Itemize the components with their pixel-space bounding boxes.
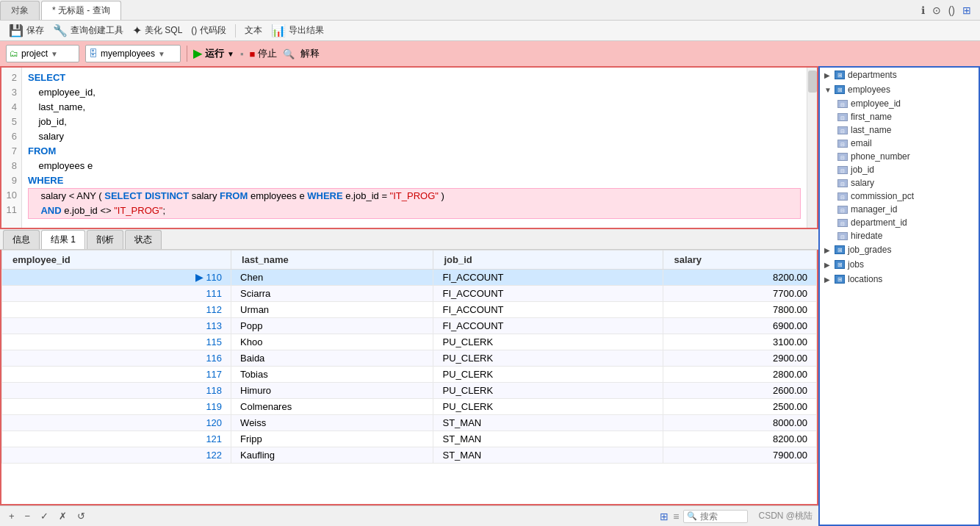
code-snippet-item[interactable]: () 代码段 [188, 23, 228, 38]
project-select-wrapper[interactable]: 🗂 project ▼ [6, 45, 79, 62]
export-icon: 📊 [271, 24, 286, 37]
tree-col-employee_id[interactable]: ⊟employee_id [820, 97, 979, 110]
editor-scrollbar[interactable] [807, 68, 817, 228]
stop-button[interactable]: ■ 停止 [250, 47, 278, 60]
tree-col-hiredate[interactable]: ⊟hiredate [820, 229, 979, 242]
db-icon: 🗄 [89, 48, 98, 59]
table-row: 118HimuroPU_CLERK2600.00 [2, 383, 817, 399]
col-icon-salary: ⊟ [837, 179, 848, 187]
tool-icon: 🔧 [53, 24, 68, 37]
stop-icon: ■ [250, 48, 256, 60]
tree-col-email[interactable]: ⊟email [820, 137, 979, 150]
cancel-edit-btn[interactable]: ✗ [56, 509, 70, 523]
tree-item-jobs[interactable]: ▶ ⊞ jobs [820, 257, 979, 272]
run-button[interactable]: ▶ 运行 ▼ [193, 47, 234, 60]
sql-line-2: SELECT [28, 71, 801, 85]
table-row: 117TobiasPU_CLERK2800.00 [2, 367, 817, 383]
table-row: 119ColmenaresPU_CLERK2500.00 [2, 399, 817, 415]
locations-arrow: ▶ [824, 275, 833, 284]
jobs-table-icon: ⊞ [835, 260, 845, 269]
add-row-btn[interactable]: + [6, 509, 18, 523]
explain-button[interactable]: 解释 [300, 47, 320, 60]
db-select-wrapper[interactable]: 🗄 myemployees ▼ [85, 45, 181, 62]
col-icon-last_name: ⊟ [837, 126, 848, 134]
sql-line-8: employees e [28, 159, 801, 173]
top-tab-bar: 对象 * 无标题 - 查询 ℹ ⊙ () ⊞ [0, 0, 980, 21]
save-menu-item[interactable]: 💾 保存 [6, 22, 47, 39]
employees-label: employees [848, 84, 890, 95]
tab-status[interactable]: 状态 [125, 230, 162, 249]
tab-query[interactable]: * 无标题 - 查询 [41, 1, 121, 20]
grid-view-btn[interactable]: ⊞ [660, 511, 669, 522]
sql-line-5: job_id, [28, 115, 801, 129]
employees-table-icon: ⊞ [835, 85, 845, 94]
save-icon: 💾 [9, 24, 24, 37]
table-row: 122KauflingST_MAN7900.00 [2, 447, 817, 464]
tree-item-job-grades[interactable]: ▶ ⊞ job_grades [820, 242, 979, 257]
tab-info[interactable]: 信息 [3, 230, 40, 249]
table-row: 113PoppFI_ACCOUNT6900.00 [2, 318, 817, 334]
project-icon: 🗂 [10, 48, 18, 59]
query-builder-item[interactable]: 🔧 查询创建工具 [50, 22, 126, 39]
project-dropdown-icon[interactable]: ▼ [51, 50, 58, 58]
col-icon-first_name: ⊟ [837, 113, 848, 121]
tab-result1[interactable]: 结果 1 [41, 230, 85, 249]
results-area[interactable]: employee_id last_name job_id salary ▶110… [0, 250, 818, 505]
db-dropdown-icon[interactable]: ▼ [158, 50, 165, 58]
locations-table-icon: ⊞ [835, 275, 845, 284]
tree-col-last_name[interactable]: ⊟last_name [820, 123, 979, 137]
tab-profile[interactable]: 剖析 [87, 230, 123, 249]
col-icon-job_id: ⊟ [837, 166, 848, 174]
sql-line-10: salary < ANY ( SELECT DISTINCT salary FR… [28, 188, 801, 203]
schema-panel: ▶ ⊞ departments ▼ ⊞ employees ⊟employee_… [818, 66, 980, 526]
top-icons: ℹ ⊙ () ⊞ [921, 4, 980, 16]
tab-objects[interactable]: 对象 [0, 1, 40, 20]
parentheses-icon[interactable]: () [948, 4, 955, 16]
run-dropdown-icon[interactable]: ▼ [227, 50, 234, 58]
col-icon-commission_pct: ⊟ [837, 192, 848, 201]
results-table: employee_id last_name job_id salary ▶110… [1, 250, 817, 464]
col-header-last-name: last_name [231, 251, 433, 270]
tree-item-employees[interactable]: ▼ ⊞ employees [820, 82, 979, 97]
tree-item-departments[interactable]: ▶ ⊞ departments [820, 68, 979, 82]
grid-icon[interactable]: ⊞ [962, 4, 971, 16]
jobs-label: jobs [848, 259, 864, 270]
table-row: 115KhooPU_CLERK3100.00 [2, 334, 817, 350]
col-icon-department_id: ⊟ [837, 219, 848, 227]
tree-col-salary[interactable]: ⊟salary [820, 176, 979, 190]
tree-col-job_id[interactable]: ⊟job_id [820, 163, 979, 176]
search-input[interactable] [700, 511, 744, 522]
tree-col-department_id[interactable]: ⊟department_id [820, 216, 979, 229]
camera-icon[interactable]: ⊙ [932, 4, 941, 16]
tree-item-locations[interactable]: ▶ ⊞ locations [820, 272, 979, 287]
sql-line-4: last_name, [28, 100, 801, 115]
tree-col-commission_pct[interactable]: ⊟commission_pct [820, 190, 979, 203]
tree-col-manager_id[interactable]: ⊟manager_id [820, 203, 979, 216]
refresh-btn[interactable]: ↺ [74, 509, 88, 523]
sql-editor[interactable]: 2 3 4 5 6 7 8 9 10 11 SELECT employee_id… [0, 66, 818, 229]
export-item[interactable]: 📊 导出结果 [268, 22, 327, 39]
sql-code-area[interactable]: SELECT employee_id, last_name, job_id, s… [22, 68, 807, 228]
remove-row-btn[interactable]: − [22, 509, 34, 523]
table-row: ▶110ChenFI_ACCOUNT8200.00 [2, 270, 817, 286]
col-icon-manager_id: ⊟ [837, 206, 848, 214]
search-bar: 🔍 [683, 510, 748, 523]
info-icon[interactable]: ℹ [921, 4, 925, 16]
toolbar: 🗂 project ▼ 🗄 myemployees ▼ ▶ 运行 ▼ ▪ ■ 停… [0, 41, 980, 66]
status-bar: + − ✓ ✗ ↺ ⊞ ≡ 🔍 CSDN @桃陆 [0, 505, 818, 526]
col-icon-phone_number: ⊟ [837, 153, 848, 161]
sql-line-6: salary [28, 129, 801, 144]
tree-col-first_name[interactable]: ⊟first_name [820, 110, 979, 123]
table-row: 112UrmanFI_ACCOUNT7800.00 [2, 302, 817, 318]
sql-line-11: AND e.job_id <> "IT_PROG"; [28, 203, 801, 219]
beautify-sql-item[interactable]: ✦ 美化 SQL [129, 22, 185, 39]
run-icon: ▶ [193, 47, 202, 60]
confirm-btn[interactable]: ✓ [37, 509, 51, 523]
result-tabs: 信息 结果 1 剖析 状态 [0, 229, 818, 250]
tree-col-phone_number[interactable]: ⊟phone_number [820, 150, 979, 163]
list-view-btn[interactable]: ≡ [673, 511, 679, 522]
departments-label: departments [848, 70, 897, 80]
sql-line-3: employee_id, [28, 85, 801, 100]
text-item[interactable]: 文本 [242, 23, 265, 38]
departments-arrow: ▶ [824, 71, 833, 79]
